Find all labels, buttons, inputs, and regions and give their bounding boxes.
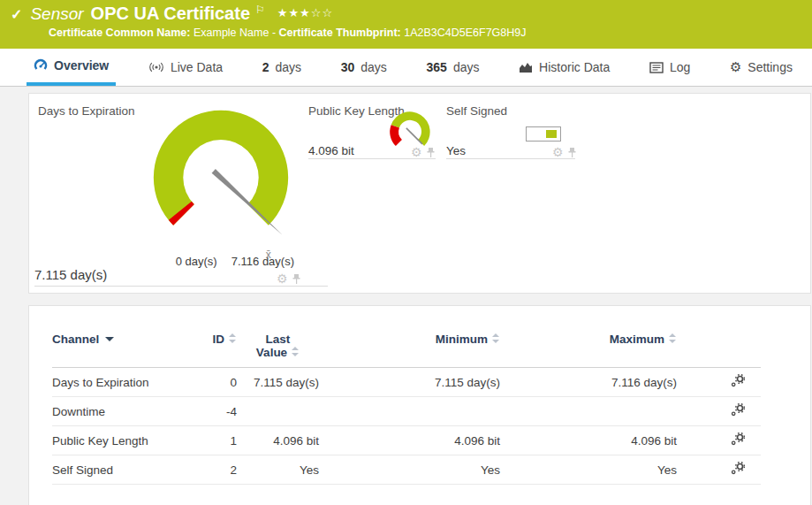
settings-gear-icon: ⚙: [730, 59, 741, 75]
last-value-cell: 4.096 bit: [237, 426, 319, 455]
channel-id-cell: 0: [186, 368, 237, 397]
column-header-settings: [677, 333, 761, 368]
stars-filled[interactable]: ★★★: [277, 6, 311, 19]
pin-icon[interactable]: [292, 273, 301, 285]
tab-live-data[interactable]: Live Data: [141, 49, 230, 86]
pin-icon[interactable]: [426, 147, 436, 158]
log-list-icon: [649, 62, 664, 73]
tab-2-days[interactable]: 2 days: [255, 49, 308, 86]
tab-bar: Overview Live Data 2 days 30 days 365 da…: [0, 49, 812, 87]
status-check-icon: ✓: [11, 6, 22, 23]
tab-historic-data[interactable]: Historic Data: [512, 49, 617, 86]
sensor-header: ✓ Sensor OPC UA Certificate ⚐ ★★★☆☆ Cert…: [0, 0, 812, 49]
pin-icon[interactable]: [567, 147, 577, 158]
channel-settings-icon[interactable]: [731, 403, 745, 419]
days-to-expiration-value: 7.115 day(s): [34, 267, 107, 282]
channel-name-cell: Public Key Length: [52, 426, 186, 455]
tab-live-data-label: Live Data: [171, 60, 223, 74]
flag-icon[interactable]: ⚐: [255, 4, 265, 16]
table-header-row: Channel ID Last Value Minimum Maximum: [52, 333, 761, 368]
panel-divider: [308, 158, 436, 159]
gear-icon[interactable]: ⚙: [277, 272, 288, 285]
gauge-max-label: 7.116 day(s): [231, 255, 294, 268]
tab-30-days-number: 30: [341, 60, 355, 74]
gauge-min-label: 0 day(s): [176, 255, 217, 268]
maximum-cell: Yes: [500, 455, 677, 485]
channel-id-cell: 2: [186, 455, 237, 485]
channels-table: Channel ID Last Value Minimum Maximum: [52, 333, 761, 485]
minimum-cell: 7.115 day(s): [319, 368, 500, 397]
maximum-cell: 4.096 bit: [500, 426, 677, 455]
self-signed-indicator: [526, 126, 561, 142]
tab-30-days[interactable]: 30 days: [334, 49, 394, 86]
gear-icon[interactable]: ⚙: [411, 146, 422, 158]
column-header-id[interactable]: ID: [186, 333, 237, 368]
public-key-length-value: 4.096 bit: [308, 144, 354, 157]
last-value-cell: [237, 397, 319, 426]
priority-stars[interactable]: ★★★☆☆: [277, 6, 333, 19]
sort-icon: [229, 333, 237, 343]
tab-365-days-unit: days: [453, 60, 480, 74]
tab-log[interactable]: Log: [642, 49, 697, 86]
column-header-minimum[interactable]: Minimum: [319, 333, 500, 368]
tab-2-days-number: 2: [262, 60, 269, 74]
panel-divider: [446, 158, 575, 159]
sensor-word: Sensor: [30, 4, 83, 24]
channel-settings-icon[interactable]: [731, 462, 745, 478]
tab-settings-label: Settings: [747, 60, 793, 74]
minimum-cell: Yes: [319, 455, 500, 485]
channel-id-cell: -4: [186, 397, 237, 426]
mini-gauge-needle: [406, 128, 422, 144]
self-signed-actions: ⚙: [552, 146, 577, 158]
sort-desc-icon: [105, 337, 114, 341]
column-header-last-value[interactable]: Last Value: [237, 333, 319, 368]
sort-icon: [292, 347, 300, 356]
maximum-cell: 7.116 day(s): [500, 368, 677, 397]
minimum-cell: [319, 397, 500, 426]
last-value-cell: Yes: [237, 455, 319, 485]
thumbprint-label: Certificate Thumbprint:: [279, 27, 401, 39]
panel-divider: [34, 286, 328, 287]
column-header-maximum[interactable]: Maximum: [500, 333, 677, 368]
column-header-channel[interactable]: Channel: [52, 333, 186, 368]
tab-settings[interactable]: ⚙ Settings: [723, 49, 800, 86]
channels-card: Channel ID Last Value Minimum Maximum: [28, 305, 811, 505]
channel-id-cell: 1: [186, 426, 237, 455]
common-name-label: Certificate Common Name:: [49, 27, 190, 39]
self-signed-indicator-knob: [546, 130, 557, 138]
thumbprint-value: 1A2B3C4D5E6F7G8H9J: [404, 27, 526, 39]
tab-365-days[interactable]: 365 days: [420, 49, 487, 86]
maximum-cell: [500, 397, 677, 426]
broadcast-icon: [148, 61, 164, 73]
channel-name-cell: Self Signed: [52, 455, 186, 485]
subtitle-separator: -: [272, 27, 276, 39]
common-name-value: Example Name: [194, 27, 269, 39]
tab-log-label: Log: [670, 60, 690, 74]
table-row: Public Key Length 1 4.096 bit 4.096 bit …: [52, 426, 761, 455]
sort-icon: [669, 333, 677, 343]
stars-empty[interactable]: ☆☆: [311, 6, 333, 19]
mini-gauge-warning-zone: [390, 125, 402, 146]
channel-settings-icon[interactable]: [731, 374, 745, 390]
tab-overview-label: Overview: [54, 58, 109, 73]
gear-icon[interactable]: ⚙: [552, 146, 564, 158]
gauge-icon: [34, 58, 48, 73]
tab-historic-data-label: Historic Data: [539, 60, 610, 74]
tab-365-days-number: 365: [427, 60, 447, 74]
tab-2-days-unit: days: [276, 60, 302, 74]
table-row: Downtime -4: [52, 397, 761, 426]
channel-settings-icon[interactable]: [731, 432, 745, 448]
days-to-expiration-title: Days to Expiration: [38, 104, 135, 118]
tab-overview[interactable]: Overview: [27, 49, 116, 86]
days-to-expiration-gauge: x̄ 0 day(s) 7.116 day(s): [126, 96, 315, 268]
self-signed-value: Yes: [446, 144, 466, 157]
tab-30-days-unit: days: [360, 60, 387, 74]
area-chart-icon: [519, 61, 533, 73]
minimum-cell: 4.096 bit: [319, 426, 500, 455]
public-key-length-actions: ⚙: [411, 146, 436, 158]
table-row: Self Signed 2 Yes Yes Yes: [52, 455, 761, 485]
sensor-subtitle: Certificate Common Name: Example Name - …: [49, 27, 527, 39]
sort-icon: [492, 333, 500, 343]
self-signed-title: Self Signed: [446, 104, 507, 118]
days-to-expiration-actions: ⚙: [277, 272, 301, 285]
